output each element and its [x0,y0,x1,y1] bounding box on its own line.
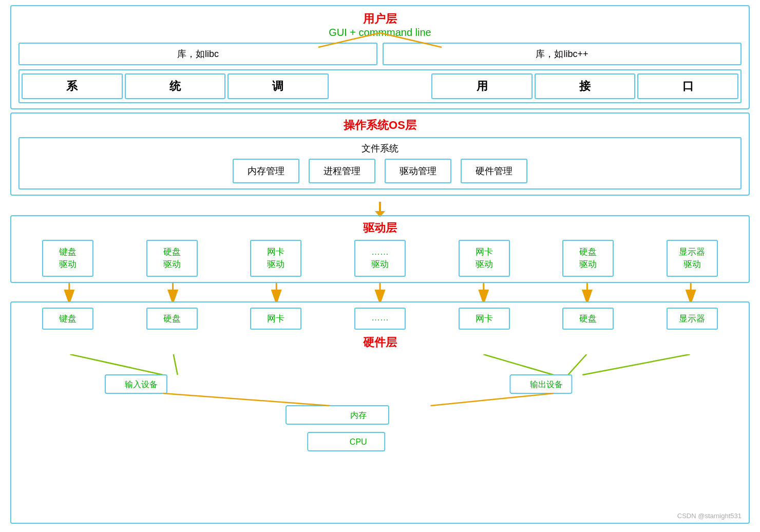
syscall-char-6: 口 [637,73,738,99]
user-layer-title: 用户层 [18,11,742,27]
svg-line-11 [174,354,178,375]
os-item-driver: 驱动管理 [385,159,451,183]
user-layer: 用户层 GUI + commmand line 库，如libc 库，如libc+… [10,5,750,109]
os-layer-title: 操作系统OS层 [18,118,742,133]
os-item-process: 进程管理 [309,159,375,183]
hw-netcard1: 网卡 [250,308,301,330]
hw-dots: …… [354,308,406,330]
svg-line-24 [431,393,554,406]
arrow-down-line [379,202,381,212]
lib-left: 库，如libc [18,43,377,65]
driver-harddisk2: 硬盘驱动 [562,240,614,277]
svg-line-14 [582,354,690,375]
driver-netcard1: 网卡驱动 [250,240,301,277]
user-layer-subtitle: GUI + commmand line [18,27,742,39]
watermark: CSDN @starnight531 [677,512,742,520]
svg-text:输入设备: 输入设备 [125,380,158,389]
syscall-gap [331,73,430,99]
hw-harddisk2: 硬盘 [562,308,614,330]
syscall-char-2: 统 [125,73,226,99]
svg-line-10 [70,354,163,375]
driver-hw-arrows-section [17,283,743,301]
hardware-layer: 键盘 硬盘 网卡 …… 网卡 硬盘 显示器 硬件层 [10,301,750,524]
os-to-driver-arrow [10,199,750,215]
svg-rect-21 [308,432,385,451]
svg-line-23 [163,393,330,406]
driver-layer-title: 驱动层 [18,220,742,236]
driver-keyboard: 键盘驱动 [42,240,93,277]
lib-row: 库，如libc 库，如libc++ [18,43,742,65]
os-layer: 操作系统OS层 文件系统 内存管理 进程管理 驱动管理 硬件管理 [10,112,750,196]
svg-rect-19 [286,406,389,424]
driver-items-row: 键盘驱动 硬盘驱动 网卡驱动 ……驱动 网卡驱动 硬盘驱动 显示器驱动 [18,240,742,277]
os-items-row: 内存管理 进程管理 驱动管理 硬件管理 [25,159,735,183]
hw-netcard2: 网卡 [459,308,510,330]
driver-netcard2: 网卡驱动 [459,240,510,277]
svg-line-13 [568,354,586,375]
syscall-row: 系 统 调 用 接 口 [18,69,742,103]
hw-keyboard: 键盘 [42,308,93,330]
svg-text:内存: 内存 [350,411,367,420]
syscall-char-4: 用 [431,73,533,99]
hw-connections-svg: 输入设备 输出设备 内存 CPU [18,354,742,457]
driver-harddisk: 硬盘驱动 [146,240,198,277]
svg-text:输出设备: 输出设备 [530,380,563,389]
os-item-hardware: 硬件管理 [461,159,527,183]
hw-harddisk1: 硬盘 [146,308,198,330]
hw-connections: 输入设备 输出设备 内存 CPU [18,354,742,457]
os-item-memory: 内存管理 [233,159,299,183]
syscall-inner: 系 统 调 用 接 口 [22,73,738,99]
syscall-char-5: 接 [535,73,636,99]
syscall-char-1: 系 [22,73,123,99]
syscall-char-3: 调 [227,73,329,99]
driver-layer: 驱动层 键盘驱动 硬盘驱动 网卡驱动 ……驱动 网卡驱动 硬盘驱动 显示器驱动 [10,215,750,283]
lib-right: 库，如libc++ [383,43,742,65]
driver-dots: ……驱动 [354,240,406,277]
driver-monitor: 显示器驱动 [667,240,718,277]
svg-text:CPU: CPU [350,438,367,446]
svg-line-12 [483,354,554,375]
fs-title: 文件系统 [25,142,735,155]
driver-hw-arrows-svg [17,283,743,301]
hw-top-row: 键盘 硬盘 网卡 …… 网卡 硬盘 显示器 [18,308,742,330]
hardware-layer-title: 硬件层 [18,335,742,350]
filesystem-box: 文件系统 内存管理 进程管理 驱动管理 硬件管理 [18,137,742,189]
hw-monitor: 显示器 [667,308,718,330]
